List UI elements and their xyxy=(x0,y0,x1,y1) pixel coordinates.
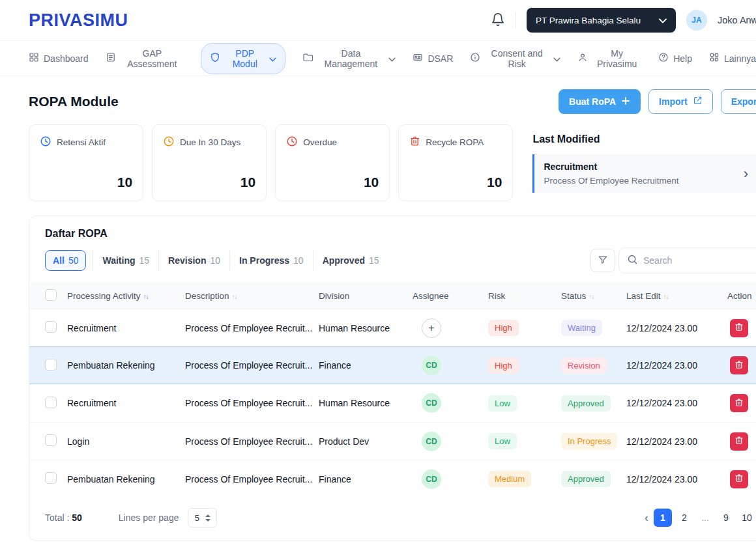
cell-division: Finance xyxy=(319,360,413,371)
create-ropa-button[interactable]: Buat RoPA xyxy=(559,89,641,114)
tab-all[interactable]: All 50 xyxy=(45,250,86,271)
cell-last-edit: 12/12/2024 23.00 xyxy=(626,474,727,484)
cell-activity: Recruitment xyxy=(67,323,185,333)
page-button-2[interactable]: 2 xyxy=(676,509,693,527)
tab-approved[interactable]: Approved 15 xyxy=(313,250,388,271)
table-row[interactable]: Pembuatan Rekening Process Of Employee R… xyxy=(29,460,756,498)
table-row[interactable]: Recruitment Process Of Employee Recruit.… xyxy=(29,309,756,346)
notifications-button[interactable] xyxy=(491,12,505,29)
cell-division: Finance xyxy=(319,474,413,484)
clock-icon xyxy=(163,135,175,149)
tab-revision[interactable]: Revision 10 xyxy=(158,250,229,271)
col-division: Division xyxy=(319,291,413,301)
nav-item-dashboard[interactable]: Dashboard xyxy=(29,52,89,64)
col-last-edit[interactable]: Last Edit↑↓ xyxy=(626,291,727,301)
col-status[interactable]: Status↑↓ xyxy=(561,291,626,301)
stepper-arrows-icon[interactable] xyxy=(205,514,211,522)
row-checkbox[interactable] xyxy=(45,321,57,333)
nav-item-my-privasimu[interactable]: My Privasimu xyxy=(577,48,641,69)
import-button[interactable]: Import xyxy=(648,89,713,114)
prev-page-button[interactable]: ‹ xyxy=(643,511,650,525)
table-row[interactable]: Recruitment Process Of Employee Recruit.… xyxy=(29,384,756,422)
row-checkbox[interactable] xyxy=(45,397,57,408)
assignee-avatar[interactable]: CD xyxy=(422,356,441,375)
nav-item-pdp-modul[interactable]: PDP Modul xyxy=(201,43,285,74)
assignee-avatar[interactable]: CD xyxy=(422,432,441,451)
page-button-10[interactable]: 10 xyxy=(738,509,755,527)
dashboard-icon xyxy=(29,52,39,64)
consent-risk-icon xyxy=(470,52,480,64)
page-button-1[interactable]: 1 xyxy=(654,509,672,527)
lines-per-page-stepper[interactable]: 5 xyxy=(188,508,217,527)
delete-button[interactable] xyxy=(730,319,748,337)
cell-description: Process Of Employee Recruit... xyxy=(185,436,319,447)
last-modified-title: Last Modified xyxy=(532,133,756,145)
nav-item-consent-and-risk[interactable]: Consent and Risk xyxy=(470,48,560,69)
cell-division: Human Resource xyxy=(319,323,413,333)
chevron-right-icon[interactable]: › xyxy=(744,167,748,181)
user-name: Joko Anwar xyxy=(718,15,756,25)
app-header: PRIVASIMU PT Prawira Bahagia Selalu JA J… xyxy=(0,0,756,40)
table-row[interactable]: Login Process Of Employee Recruit... Pro… xyxy=(29,422,756,460)
trash-icon xyxy=(734,360,744,371)
search-icon xyxy=(627,254,638,268)
company-selector[interactable]: PT Prawira Bahagia Selalu xyxy=(527,8,676,33)
table-header: Processing Activity↑↓ Description↑↓ Divi… xyxy=(29,283,756,309)
user-avatar[interactable]: JA xyxy=(686,10,707,31)
risk-badge: Medium xyxy=(488,471,531,487)
assignee-avatar[interactable]: CD xyxy=(422,393,441,413)
table-row[interactable]: Pembuatan Rekening Process Of Employee R… xyxy=(29,346,756,384)
nav-item-lainnya[interactable]: Lainnya xyxy=(709,52,756,64)
col-risk: Risk xyxy=(488,291,561,301)
row-checkbox[interactable] xyxy=(45,472,57,484)
chevron-down-icon xyxy=(388,53,396,64)
last-modified-item[interactable]: Recruitment Process Of Employee Recruitm… xyxy=(532,154,756,193)
nav-item-data-management[interactable]: Data Management xyxy=(302,48,396,69)
delete-button[interactable] xyxy=(730,432,748,451)
sort-icon[interactable]: ↑↓ xyxy=(143,293,149,300)
delete-button[interactable] xyxy=(730,356,748,374)
risk-badge: High xyxy=(488,320,519,336)
sort-icon[interactable]: ↑↓ xyxy=(589,293,594,300)
sort-icon[interactable]: ↑↓ xyxy=(663,293,669,300)
total-count: Total : 50 xyxy=(45,512,82,523)
clock-icon xyxy=(286,135,298,149)
search-input[interactable] xyxy=(643,255,756,266)
row-checkbox[interactable] xyxy=(45,359,57,371)
stat-card-due-30-days[interactable]: Due In 30 Days 10 xyxy=(152,124,267,201)
risk-badge: Low xyxy=(488,395,517,412)
stat-card-overdue[interactable]: Overdue 10 xyxy=(275,124,390,201)
cell-division: Human Resource xyxy=(319,398,413,408)
last-modified-item-subtitle: Process Of Employee Recruitment xyxy=(544,176,736,186)
stat-card-recycle-ropa[interactable]: Recycle ROPA 10 xyxy=(398,124,513,201)
main-nav: Dashboard GAP Assessment PDP Modul Data … xyxy=(0,40,756,76)
row-checkbox[interactable] xyxy=(45,434,57,446)
delete-button[interactable] xyxy=(730,470,748,488)
nav-item-gap-assessment[interactable]: GAP Assessment xyxy=(106,48,184,69)
add-assignee-button[interactable]: + xyxy=(422,318,441,338)
cell-last-edit: 12/12/2024 23.00 xyxy=(626,436,727,447)
list-title: Daftar ROPA xyxy=(45,228,756,240)
tab-in-progress[interactable]: In Progress 10 xyxy=(229,250,313,271)
nav-item-help[interactable]: Help xyxy=(658,52,692,64)
col-processing-activity[interactable]: Processing Activity↑↓ xyxy=(67,291,185,301)
cell-activity: Recruitment xyxy=(67,398,185,408)
pagination: ‹ 1 2 ... 9 10 › xyxy=(643,509,756,527)
filter-button[interactable] xyxy=(590,249,615,272)
export-button[interactable]: Export xyxy=(721,89,756,114)
tab-waiting[interactable]: Waiting 15 xyxy=(93,250,158,271)
cell-activity: Pembuatan Rekening xyxy=(67,474,185,484)
nav-item-dsar[interactable]: DSAR xyxy=(413,52,453,64)
chevron-down-icon xyxy=(553,53,560,64)
stat-card-retensi-aktif[interactable]: Retensi Aktif 10 xyxy=(29,124,143,201)
company-name: PT Prawira Bahagia Selalu xyxy=(536,16,641,25)
page-button-9[interactable]: 9 xyxy=(718,509,734,527)
delete-button[interactable] xyxy=(730,394,748,412)
assignee-avatar[interactable]: CD xyxy=(422,470,441,489)
chevron-down-icon xyxy=(269,53,276,64)
sort-icon[interactable]: ↑↓ xyxy=(232,293,237,300)
cell-division: Product Dev xyxy=(319,436,413,447)
col-description[interactable]: Description↑↓ xyxy=(185,291,319,301)
select-all-checkbox[interactable] xyxy=(45,289,57,301)
gap-assessment-icon xyxy=(106,52,116,64)
